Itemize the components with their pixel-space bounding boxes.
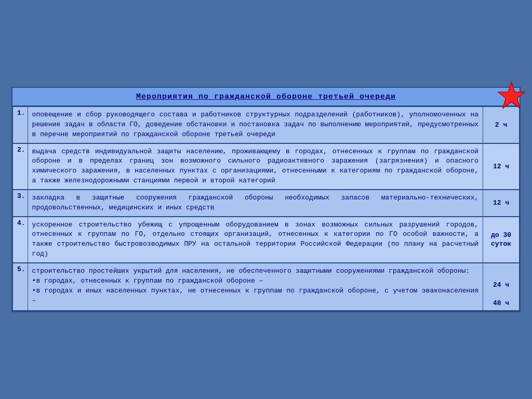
content-table: 1. оповещение и сбор руководящего состав… bbox=[12, 107, 520, 311]
row-number: 2. bbox=[13, 143, 28, 190]
row-time: 12 ч bbox=[483, 143, 520, 190]
table-row: 3. закладка в защитные сооружения гражда… bbox=[13, 190, 520, 217]
header-title: Мероприятия по гражданской обороне треть… bbox=[136, 92, 396, 101]
table-row: 5. строительство простейших укрытий для … bbox=[13, 263, 520, 311]
svg-marker-0 bbox=[498, 83, 525, 109]
row-number: 4. bbox=[13, 217, 28, 263]
main-container: Мероприятия по гражданской обороне треть… bbox=[11, 87, 521, 312]
row-number: 3. bbox=[13, 190, 28, 217]
table-row: 2. выдача средств индивидуальной защиты … bbox=[13, 143, 520, 190]
row-content: оповещение и сбор руководящего состава и… bbox=[28, 107, 483, 143]
row-content: выдача средств индивидуальной защиты нас… bbox=[28, 143, 483, 190]
row-content: закладка в защитные сооружения гражданск… bbox=[28, 190, 483, 217]
table-row: 4. ускоренное строительство убежищ с упр… bbox=[13, 217, 520, 263]
row-time: 12 ч bbox=[483, 190, 520, 217]
row-time: 24 ч 48 ч bbox=[483, 263, 520, 311]
row-content: ускоренное строительство убежищ с упроще… bbox=[28, 217, 483, 263]
row-time: до 30 суток bbox=[483, 217, 520, 263]
row-content: строительство простейших укрытий для нас… bbox=[28, 263, 483, 311]
table-row: 1. оповещение и сбор руководящего состав… bbox=[13, 107, 520, 143]
row-number: 5. bbox=[13, 263, 28, 311]
row-time: 2 ч bbox=[483, 107, 520, 143]
row-number: 1. bbox=[13, 107, 28, 143]
table-header: Мероприятия по гражданской обороне треть… bbox=[12, 88, 520, 107]
star-icon bbox=[497, 82, 526, 110]
